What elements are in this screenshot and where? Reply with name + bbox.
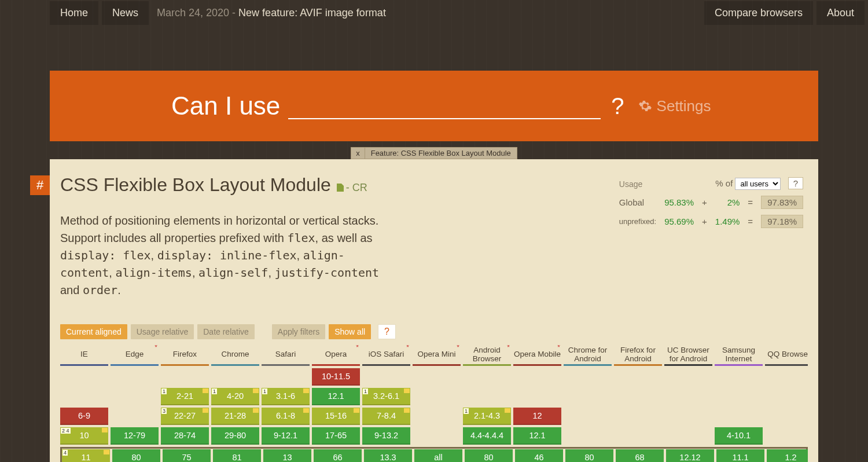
- tab-close-button[interactable]: x: [351, 148, 365, 159]
- version-cell[interactable]: 114: [62, 449, 110, 462]
- version-cell[interactable]: 80: [565, 449, 613, 462]
- usage-help[interactable]: ?: [788, 177, 803, 189]
- browser-header[interactable]: Firefox: [161, 345, 209, 366]
- hero-question-mark: ?: [611, 93, 624, 119]
- version-cell[interactable]: 81: [213, 449, 261, 462]
- version-cell[interactable]: 6.1-8: [262, 408, 310, 425]
- version-cell[interactable]: 9-12.1: [262, 427, 310, 445]
- version-cell[interactable]: 29-80: [211, 427, 259, 445]
- version-cell[interactable]: 15-16: [312, 408, 360, 425]
- feature-description: Method of positioning elements in horizo…: [60, 212, 384, 299]
- version-cell[interactable]: 13.3: [364, 449, 412, 462]
- version-cell[interactable]: 80: [112, 449, 160, 462]
- version-cell[interactable]: 12.1: [513, 427, 561, 445]
- version-cell[interactable]: 75: [163, 449, 211, 462]
- browser-header[interactable]: Edge*: [111, 345, 159, 366]
- version-cell[interactable]: all: [414, 449, 462, 462]
- nav-about[interactable]: About: [816, 1, 865, 25]
- usage-stats: Usage % of all users ? Global 95.83% + 2…: [615, 174, 808, 232]
- filter-show-all[interactable]: Show all: [329, 324, 371, 339]
- version-cell[interactable]: 68: [616, 449, 664, 462]
- news-headline[interactable]: March 24, 2020 - New feature: AVIF image…: [157, 7, 386, 19]
- version-cell[interactable]: 1.2: [767, 449, 808, 462]
- version-cell[interactable]: 7-8.4: [362, 408, 410, 425]
- search-hero: Can I use ? Settings: [50, 71, 818, 141]
- browser-header[interactable]: Opera Mini*: [413, 345, 461, 366]
- version-cell[interactable]: 10-11.5: [312, 368, 360, 386]
- version-cell[interactable]: 3.1-61: [262, 388, 310, 405]
- usage-header: Usage: [616, 175, 660, 192]
- usage-unprefixed-label: unprefixed:: [616, 212, 660, 230]
- browser-header[interactable]: Firefox for Android: [614, 345, 662, 366]
- support-grid: IEEdge*FirefoxChromeSafariOpera*iOS Safa…: [60, 345, 808, 462]
- version-cell[interactable]: 4-10.1: [715, 427, 763, 445]
- pctof-label: % of: [715, 178, 733, 188]
- browser-header[interactable]: Safari: [262, 345, 310, 366]
- browser-header[interactable]: IE: [60, 345, 108, 366]
- usage-unprefixed-supported: 95.69%: [661, 212, 697, 230]
- feature-tab: x Feature: CSS Flexible Box Layout Modul…: [351, 147, 517, 159]
- version-cell[interactable]: 12.1: [312, 388, 360, 405]
- version-cell[interactable]: 66: [314, 449, 362, 462]
- browser-header[interactable]: QQ Browser: [765, 345, 808, 366]
- version-cell[interactable]: 80: [465, 449, 513, 462]
- hero-label: Can I use: [171, 91, 280, 120]
- view-filters: Current aligned Usage relative Date rela…: [60, 324, 808, 339]
- usage-global-partial: 2%: [712, 193, 744, 211]
- filter-current-aligned[interactable]: Current aligned: [60, 324, 127, 339]
- version-cell[interactable]: 4.4-4.4.4: [463, 427, 511, 445]
- version-cell[interactable]: 2.1-4.31: [463, 408, 511, 425]
- browser-header[interactable]: Android Browser*: [463, 345, 511, 366]
- version-cell[interactable]: 12.12: [666, 449, 714, 462]
- feature-title: CSS Flexible Box Layout Module: [60, 174, 331, 196]
- version-cell[interactable]: 46: [515, 449, 563, 462]
- browser-header[interactable]: Chrome: [211, 345, 259, 366]
- news-text: New feature: AVIF image format: [238, 7, 386, 19]
- version-cell[interactable]: 2-211: [161, 388, 209, 405]
- version-cell[interactable]: 28-74: [161, 427, 209, 445]
- browser-header[interactable]: iOS Safari*: [362, 345, 410, 366]
- version-cell[interactable]: 6-9: [60, 408, 108, 425]
- gear-icon[interactable]: [638, 99, 652, 113]
- version-cell[interactable]: 11.1: [716, 449, 764, 462]
- usage-global-supported: 95.83%: [661, 193, 697, 211]
- nav-home[interactable]: Home: [50, 1, 98, 25]
- tab-label[interactable]: Feature: CSS Flexible Box Layout Module: [365, 148, 517, 159]
- search-input[interactable]: [288, 93, 601, 119]
- version-cell[interactable]: 4-201: [211, 388, 259, 405]
- usage-global-total: 97.83%: [761, 196, 803, 209]
- version-cell[interactable]: 102 4: [60, 427, 108, 445]
- version-cell[interactable]: 12-79: [111, 427, 159, 445]
- spec-link[interactable]: - CR: [337, 182, 367, 194]
- filter-date-relative[interactable]: Date relative: [197, 324, 255, 339]
- settings-link[interactable]: Settings: [657, 97, 711, 115]
- version-cell[interactable]: 9-13.2: [362, 427, 410, 445]
- filter-apply-filters[interactable]: Apply filters: [272, 324, 325, 339]
- usage-unprefixed-partial: 1.49%: [712, 212, 744, 230]
- browser-header[interactable]: UC Browser for Android: [664, 345, 712, 366]
- news-date: March 24, 2020 -: [157, 7, 238, 19]
- filter-help[interactable]: ?: [378, 324, 396, 339]
- version-cell[interactable]: 21-28: [211, 408, 259, 425]
- nav-compare[interactable]: Compare browsers: [704, 1, 813, 25]
- filter-usage-relative[interactable]: Usage relative: [131, 324, 194, 339]
- version-cell[interactable]: 12: [513, 408, 561, 425]
- nav-news[interactable]: News: [102, 1, 149, 25]
- version-cell[interactable]: 3.2-6.11: [362, 388, 410, 405]
- version-cell[interactable]: 13: [263, 449, 311, 462]
- browser-header[interactable]: Samsung Internet: [715, 345, 763, 366]
- document-icon: [337, 184, 344, 192]
- usage-global-label: Global: [616, 193, 660, 211]
- permalink-hash[interactable]: #: [30, 175, 50, 195]
- browser-header[interactable]: Opera Mobile*: [513, 345, 561, 366]
- feature-panel: # CSS Flexible Box Layout Module - CR Us…: [50, 159, 818, 462]
- version-cell[interactable]: 22-273: [161, 408, 209, 425]
- version-cell[interactable]: 17-65: [312, 427, 360, 445]
- browser-header[interactable]: Opera*: [312, 345, 360, 366]
- browser-header[interactable]: Chrome for Android: [564, 345, 612, 366]
- usage-unprefixed-total: 97.18%: [761, 215, 803, 228]
- usage-scope-select[interactable]: all users: [735, 178, 781, 190]
